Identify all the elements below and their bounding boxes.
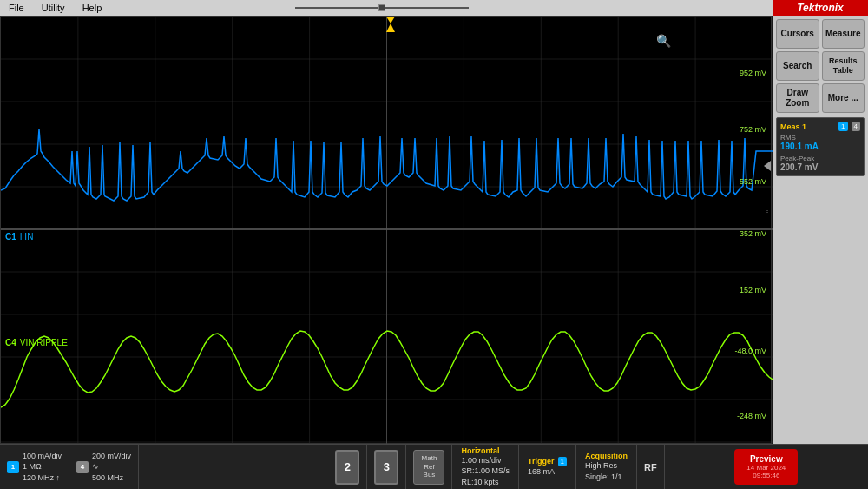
scope-display: 952 mV 752 mV 552 mV 352 mV 152 mV -48.0…: [0, 16, 772, 444]
preview-button[interactable]: Preview 14 Mar 2024 09:55:46: [734, 449, 798, 485]
voltage-752: 752 mV: [740, 125, 766, 134]
right-panel: Cursors Measure Search Results Table Dra…: [773, 16, 868, 444]
search-button[interactable]: Search: [776, 51, 819, 81]
rf-section: RF: [637, 445, 665, 489]
menu-bar: File Utility Help: [0, 0, 773, 16]
ch4-section: 4 200 mV/div ∿ 500 MHz: [69, 445, 139, 489]
voltage-n48: -48.0 mV: [734, 347, 766, 355]
ch4-indicator[interactable]: 4: [76, 461, 89, 473]
waveform-svg: [1, 17, 773, 445]
more-button[interactable]: More ...: [822, 83, 865, 113]
math-ref-bus-button[interactable]: Math Ref Bus: [413, 450, 444, 485]
voltage-952: 952 mV: [740, 69, 766, 77]
c1-channel-label: C1 I IN: [5, 232, 33, 241]
c4-channel-label: C4 VIN RIPPLE: [5, 338, 68, 347]
voltage-n248: -248 mV: [737, 412, 766, 420]
trigger-section: Trigger 1 168 mA: [519, 445, 576, 489]
tektronix-logo: Tektronix: [773, 0, 868, 16]
horizontal-section: Horizontal 1.00 ms/div SR:1.00 MS/s RL:1…: [452, 445, 519, 489]
ch2-btn-section: 2: [328, 445, 367, 489]
dots-indicator: ⋮: [764, 208, 771, 216]
svg-marker-20: [386, 17, 395, 23]
svg-marker-21: [386, 23, 395, 32]
math-ref-bus-section: Math Ref Bus: [406, 445, 452, 489]
measure-button[interactable]: Measure: [822, 19, 865, 49]
meas-arrow: [764, 161, 771, 171]
results-table-button[interactable]: Results Table: [822, 51, 865, 81]
ch1-indicator[interactable]: 1: [7, 461, 19, 473]
ch1-section: 1 100 mA/div 1 MΩ 120 MHz ↑: [0, 445, 69, 489]
preview-section: Preview 14 Mar 2024 09:55:46: [665, 445, 868, 489]
math-label: Math: [422, 454, 437, 463]
trigger-ch: 1: [558, 457, 567, 466]
measurement-box: Meas 1 1 4 RMS 190.1 mA Peak-Peak 200.7 …: [776, 117, 865, 176]
ch2-button[interactable]: 2: [335, 450, 359, 485]
bottom-bar: 1 100 mA/div 1 MΩ 120 MHz ↑ 4 200 mV/div…: [0, 444, 868, 489]
menu-file[interactable]: File: [9, 3, 24, 13]
ch1-settings: 100 mA/div 1 MΩ 120 MHz ↑: [23, 451, 62, 484]
bus-label: Bus: [424, 471, 436, 479]
ch4-settings: 200 mV/div ∿ 500 MHz: [92, 451, 131, 484]
ref-label: Ref: [424, 463, 434, 472]
menu-utility[interactable]: Utility: [42, 3, 65, 13]
ch3-btn-section: 3: [367, 445, 406, 489]
draw-zoom-button[interactable]: Draw Zoom: [776, 83, 819, 113]
magnifier-icon[interactable]: 🔍: [656, 34, 671, 48]
voltage-352: 352 mV: [740, 229, 766, 238]
menu-help[interactable]: Help: [82, 3, 102, 13]
voltage-552: 552 mV: [740, 177, 766, 186]
ch3-button[interactable]: 3: [374, 450, 398, 485]
acquisition-section: Acquisition High Res Single: 1/1: [576, 445, 637, 489]
voltage-152: 152 mV: [740, 286, 766, 294]
cursors-button[interactable]: Cursors: [776, 19, 819, 49]
